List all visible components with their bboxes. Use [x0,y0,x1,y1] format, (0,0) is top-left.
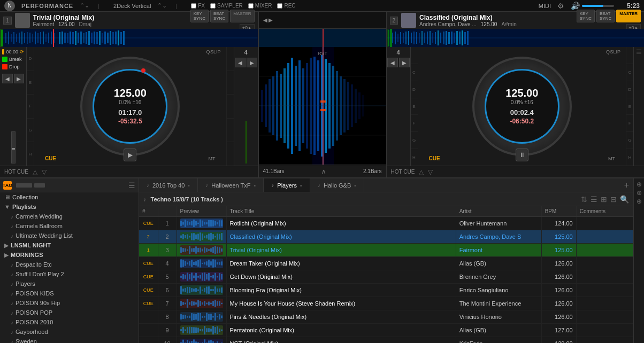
deck1-nav-arrows[interactable]: ◀ ▶ [2,74,24,83]
table-row[interactable]: CUE 6 Blooming Era (Original Mix) Enrico… [139,284,633,297]
deck2-loop-left[interactable]: ◀ [387,58,398,67]
center-expand-icon[interactable]: ∧ [321,167,326,176]
deck1-cue-btn[interactable]: CUE [45,155,56,161]
tab-players[interactable]: ♪ Players ▪ [264,178,310,192]
rec-checkbox[interactable]: REC [277,3,295,9]
deck1-mt-label[interactable]: MT [209,156,216,161]
table-row[interactable]: CUE 1 Rotlicht (Original Mix) Oliver Hun… [139,217,633,230]
settings-icon[interactable]: ⚙ [557,2,564,10]
sidebar-item-poison-pop[interactable]: ♪ POISON POP [0,308,139,317]
deck2-platter[interactable]: 125.00 0.0% ±16 00:02.4 -06:50.2 [472,57,572,156]
deck2-play-btn[interactable]: ⏸ [516,149,528,161]
deck2-hotcue-down[interactable]: ▽ [428,168,433,176]
td-preview-8[interactable] [177,324,226,337]
album-view-icon[interactable]: ⊟ [610,195,617,204]
deck-layout-label[interactable]: 2Deck Vertical [113,3,151,9]
sidebar-item-carmela-ballroom[interactable]: ♪ Carmela Ballroom [0,221,139,231]
tab-halloween[interactable]: ♪ Halloween TxF ▪ [198,178,264,192]
sidebar-item-poison-kids[interactable]: ♪ POISON KIDS [0,289,139,298]
deck1-loop-left[interactable]: ◀ [235,58,246,67]
fx-checkbox[interactable]: FX [191,3,205,9]
tab-close-3[interactable]: ▪ [300,182,302,189]
tab-close-1[interactable]: ▪ [188,182,190,189]
svg-rect-213 [200,275,201,278]
list-view-icon[interactable]: ☰ [591,195,597,204]
deck2-hotcue-up[interactable]: △ [419,168,424,176]
td-preview-4[interactable] [177,270,226,284]
tab-close-4[interactable]: ▪ [354,182,356,189]
deck1-loop-right[interactable]: ▶ [247,58,257,67]
sidebar-item-poison-90s[interactable]: ♪ POISON 90s Hip [0,298,139,308]
right-action-2[interactable]: ⊕ [637,189,642,197]
sidebar-item-despacito[interactable]: ♪ Despacito Etc [0,260,139,269]
table-row[interactable]: 10 NCT (Original Mix) KrizFade 129.00 [139,337,633,344]
td-preview-1[interactable] [177,230,226,244]
deck2-mt-label[interactable]: MT [608,156,615,161]
table-row[interactable]: CUE 5 Get Down (Original Mix) Brennen Gr… [139,270,633,284]
deck1-loop-arrows[interactable]: ◀ ▶ [235,58,257,67]
right-action-3[interactable]: ⊕ [637,198,642,205]
table-row[interactable]: 2 2 Classified (Original Mix) Andres Cam… [139,230,633,244]
sort-icon[interactable]: ⇅ [581,195,587,204]
sidebar-item-players[interactable]: ♪ Players [0,279,139,289]
td-preview-6[interactable] [177,297,226,310]
sidebar-item-stuff[interactable]: ♪ Stuff I Don't Play 2 [0,269,139,279]
tab-hallo-gb[interactable]: ♪ Hallo G&B ▪ [310,178,364,192]
deck1-master-btn[interactable]: MASTER [230,10,254,22]
td-preview-0[interactable] [177,217,226,230]
deck2-beatsync-btn[interactable]: BEATSYNC [596,10,615,22]
sidebar-folder-mornings[interactable]: ▶ MORNINGS [0,250,139,260]
svg-rect-163 [221,233,223,240]
td-preview-3[interactable] [177,257,226,270]
deck2-cue-btn[interactable]: CUE [429,155,440,161]
sidebar-playlists[interactable]: ▼ Playlists [0,202,139,212]
sidebar-item-carmela-wedding[interactable]: ♪ Carmela Wedding [0,212,139,221]
sidebar-item-ultimate-wedding[interactable]: ♪ Ultimate Wedding List [0,231,139,240]
deck2-loop-arrows[interactable]: ◀ ▶ [387,58,410,67]
deck1-hotcue-up[interactable]: △ [33,168,37,176]
td-preview-7[interactable] [177,310,226,324]
sidebar-item-gayborhood[interactable]: ♪ Gayborhood [0,327,139,337]
search-bar-mini[interactable] [16,183,32,188]
table-row[interactable]: CUE 7 My House Is Your House (Steve Shad… [139,297,633,310]
deck1-beatsync-btn[interactable]: BEATSYNC [210,10,228,22]
tab-2016-top40[interactable]: ♪ 2016 Top 40 ▪ [139,178,198,192]
volume-control[interactable]: 🔊 [571,2,616,10]
sidebar-view-icons[interactable]: ☰ [128,181,135,190]
search-bar-mini2[interactable] [34,183,45,188]
performance-arrows[interactable]: ⌃⌄ [80,2,89,9]
sidebar-item-poison-2010[interactable]: ♪ POISON 2010 [0,317,139,327]
deck1-play-btn[interactable]: ▶ [124,149,136,161]
deck2-time2: -06:50.2 [510,118,534,125]
deck2-master-btn[interactable]: MASTER [616,10,641,22]
add-tab-btn[interactable]: + [620,181,633,190]
table-row[interactable]: 1 3 Trivial (Original Mix) Fairmont 125.… [139,244,633,257]
deck1-fader[interactable] [11,131,16,163]
table-row[interactable]: 8 Pins & Needles (Original Mix) Vinicius… [139,310,633,324]
deck2-loop-right[interactable]: ▶ [399,58,410,67]
deck1-keysync-btn[interactable]: KEYSYNC [190,10,209,22]
svg-rect-42 [112,32,114,44]
deck-arrows[interactable]: ⌃⌄ [157,2,167,9]
deck2-keysync-btn[interactable]: KEYSYNC [577,10,595,22]
right-action-1[interactable]: ⊕ [637,181,642,188]
search-icon[interactable]: 🔍 [620,195,629,204]
table-row[interactable]: 9 Pentatonic (Original Mix) Alias (GB) 1… [139,324,633,337]
deck1-hotcue-down[interactable]: ▽ [42,168,47,176]
deck1-nav-right[interactable]: ▶ [14,74,25,83]
deck1-platter[interactable]: 125.00 0.0% ±16 01:17.0 -05:32.5 [80,57,180,156]
sidebar-collection[interactable]: 🖥 Collection [0,192,139,202]
midi-label[interactable]: MIDI [539,3,551,9]
list-icon[interactable]: ☰ [128,181,135,190]
mixer-checkbox[interactable]: MIXER [248,3,272,9]
td-preview-5[interactable] [177,284,226,297]
sidebar-folder-lnsml[interactable]: ▶ LNSML NIGHT [0,240,139,250]
deck1-nav-left[interactable]: ◀ [2,74,13,83]
td-preview-9[interactable] [177,337,226,344]
sidebar-item-sweden[interactable]: ♪ Sweden [0,337,139,343]
tab-close-2[interactable]: ▪ [254,182,256,189]
sampler-checkbox[interactable]: SAMPLER [210,3,243,9]
td-preview-2[interactable] [177,244,226,257]
table-row[interactable]: CUE 4 Dream Taker (Original Mix) Alias (… [139,257,633,270]
grid-view-icon[interactable]: ⊞ [601,195,607,204]
